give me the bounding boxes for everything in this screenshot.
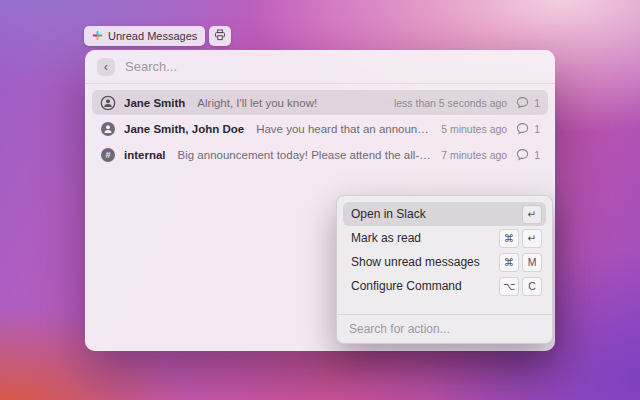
unread-message-list: Jane Smith Alright, I'll let you know! l…	[85, 84, 555, 167]
shortcut-keys: ⌘ M	[499, 253, 542, 272]
action-show-unread-messages[interactable]: Show unread messages ⌘ M	[343, 250, 546, 274]
command-title-label: Unread Messages	[108, 30, 197, 42]
row-title: Jane Smith	[124, 97, 185, 109]
row-meta: 5 minutes ago 1	[441, 122, 540, 135]
message-count-bubble-icon	[516, 148, 529, 161]
action-menu-items: Open in Slack ↵ Mark as read ⌘ ↵ Show un…	[337, 196, 552, 304]
command-tag-area: Unread Messages	[84, 26, 231, 46]
row-message: Big announcement today! Please attend th…	[178, 149, 434, 161]
action-configure-command[interactable]: Configure Command ⌥ C	[343, 274, 546, 298]
row-timestamp: less than 5 seconds ago	[394, 97, 507, 109]
c-key-icon: C	[522, 277, 542, 296]
row-message: Have you heard that an announcement is c…	[256, 123, 433, 135]
message-row-internal-channel[interactable]: # internal Big announcement today! Pleas…	[92, 142, 548, 167]
action-label: Open in Slack	[351, 207, 426, 221]
person-filled-icon	[100, 121, 116, 137]
shortcut-keys: ⌘ ↵	[499, 229, 542, 248]
action-label: Configure Command	[351, 279, 462, 293]
row-title: Jane Smith, John Doe	[124, 123, 244, 135]
row-unread-count: 1	[534, 149, 540, 161]
row-timestamp: 7 minutes ago	[441, 149, 507, 161]
slack-icon	[92, 30, 103, 43]
action-mark-as-read[interactable]: Mark as read ⌘ ↵	[343, 226, 546, 250]
row-meta: less than 5 seconds ago 1	[394, 96, 540, 109]
shortcut-keys: ⌥ C	[499, 277, 542, 296]
back-button[interactable]: ‹	[97, 58, 115, 76]
search-input[interactable]	[125, 59, 543, 74]
command-key-icon: ⌘	[499, 253, 519, 272]
m-key-icon: M	[522, 253, 542, 272]
message-row-jane-smith[interactable]: Jane Smith Alright, I'll let you know! l…	[92, 90, 548, 115]
row-message: Alright, I'll let you know!	[197, 97, 386, 109]
command-key-icon: ⌘	[499, 229, 519, 248]
row-unread-count: 1	[534, 123, 540, 135]
row-unread-count: 1	[534, 97, 540, 109]
back-chevron-icon: ‹	[104, 58, 108, 75]
channel-hash-icon: #	[100, 147, 116, 163]
command-title-pill: Unread Messages	[84, 26, 205, 46]
action-menu-popover: Open in Slack ↵ Mark as read ⌘ ↵ Show un…	[336, 195, 553, 344]
action-menu-footer	[337, 314, 552, 343]
shortcut-keys: ↵	[522, 205, 542, 224]
svg-text:#: #	[105, 150, 110, 160]
action-open-in-slack[interactable]: Open in Slack ↵	[343, 202, 546, 226]
row-meta: 7 minutes ago 1	[441, 148, 540, 161]
message-count-bubble-icon	[516, 96, 529, 109]
message-count-bubble-icon	[516, 122, 529, 135]
message-row-jane-smith-john-doe[interactable]: Jane Smith, John Doe Have you heard that…	[92, 116, 548, 141]
return-key-icon: ↵	[522, 205, 542, 224]
row-timestamp: 5 minutes ago	[441, 123, 507, 135]
action-search-input[interactable]	[349, 322, 540, 336]
row-title: internal	[124, 149, 166, 161]
return-key-icon: ↵	[522, 229, 542, 248]
action-label: Show unread messages	[351, 255, 480, 269]
printer-icon	[214, 29, 226, 43]
print-button[interactable]	[209, 26, 231, 46]
person-outline-icon	[100, 95, 116, 111]
search-bar: ‹	[85, 50, 555, 83]
action-label: Mark as read	[351, 231, 421, 245]
option-key-icon: ⌥	[499, 277, 519, 296]
